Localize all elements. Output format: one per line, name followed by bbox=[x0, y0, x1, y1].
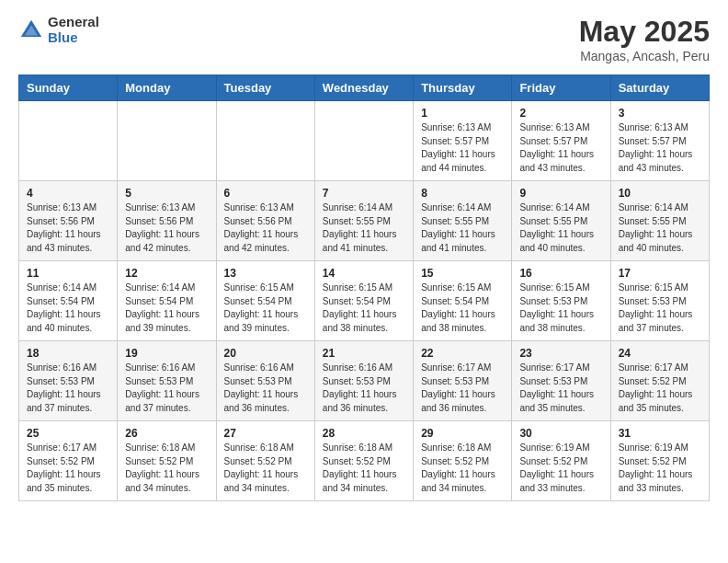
day-info: Sunrise: 6:16 AM Sunset: 5:53 PM Dayligh… bbox=[323, 362, 405, 415]
day-info: Sunrise: 6:17 AM Sunset: 5:52 PM Dayligh… bbox=[619, 362, 701, 415]
day-info: Sunrise: 6:19 AM Sunset: 5:52 PM Dayligh… bbox=[619, 442, 701, 495]
cell-w5-d6: 31Sunrise: 6:19 AM Sunset: 5:52 PM Dayli… bbox=[610, 421, 709, 501]
logo-text: General Blue bbox=[48, 15, 99, 45]
cell-w1-d2 bbox=[216, 101, 314, 181]
day-info: Sunrise: 6:13 AM Sunset: 5:57 PM Dayligh… bbox=[421, 121, 504, 175]
week-row-4: 18Sunrise: 6:16 AM Sunset: 5:53 PM Dayli… bbox=[19, 341, 710, 421]
day-number: 25 bbox=[27, 427, 109, 440]
col-thursday: Thursday bbox=[414, 75, 512, 101]
cell-w3-d4: 15Sunrise: 6:15 AM Sunset: 5:54 PM Dayli… bbox=[414, 261, 512, 341]
title-block: May 2025 Mangas, Ancash, Peru bbox=[579, 15, 710, 63]
day-number: 4 bbox=[27, 187, 109, 200]
day-number: 7 bbox=[323, 187, 405, 200]
day-info: Sunrise: 6:13 AM Sunset: 5:57 PM Dayligh… bbox=[619, 121, 701, 175]
day-number: 10 bbox=[619, 187, 701, 200]
day-info: Sunrise: 6:14 AM Sunset: 5:54 PM Dayligh… bbox=[125, 282, 208, 335]
day-number: 2 bbox=[519, 107, 602, 120]
day-number: 9 bbox=[519, 187, 602, 200]
col-friday: Friday bbox=[512, 75, 610, 101]
cell-w4-d2: 20Sunrise: 6:16 AM Sunset: 5:53 PM Dayli… bbox=[216, 341, 314, 421]
week-row-2: 4Sunrise: 6:13 AM Sunset: 5:56 PM Daylig… bbox=[19, 181, 710, 261]
day-info: Sunrise: 6:15 AM Sunset: 5:54 PM Dayligh… bbox=[323, 282, 405, 335]
cell-w1-d6: 3Sunrise: 6:13 AM Sunset: 5:57 PM Daylig… bbox=[610, 101, 709, 181]
day-number: 20 bbox=[224, 347, 307, 360]
day-number: 24 bbox=[619, 347, 701, 360]
day-info: Sunrise: 6:15 AM Sunset: 5:53 PM Dayligh… bbox=[619, 282, 701, 335]
cell-w3-d5: 16Sunrise: 6:15 AM Sunset: 5:53 PM Dayli… bbox=[512, 261, 610, 341]
day-number: 16 bbox=[519, 267, 602, 280]
calendar-title: May 2025 bbox=[579, 15, 710, 49]
cell-w3-d3: 14Sunrise: 6:15 AM Sunset: 5:54 PM Dayli… bbox=[314, 261, 413, 341]
day-number: 6 bbox=[224, 187, 307, 200]
day-info: Sunrise: 6:13 AM Sunset: 5:56 PM Dayligh… bbox=[125, 201, 208, 255]
day-number: 15 bbox=[421, 267, 504, 280]
day-number: 5 bbox=[125, 187, 208, 200]
cell-w4-d0: 18Sunrise: 6:16 AM Sunset: 5:53 PM Dayli… bbox=[19, 341, 118, 421]
day-info: Sunrise: 6:16 AM Sunset: 5:53 PM Dayligh… bbox=[27, 362, 109, 415]
cell-w3-d6: 17Sunrise: 6:15 AM Sunset: 5:53 PM Dayli… bbox=[610, 261, 709, 341]
day-info: Sunrise: 6:17 AM Sunset: 5:52 PM Dayligh… bbox=[27, 442, 109, 495]
day-number: 8 bbox=[421, 187, 504, 200]
cell-w2-d3: 7Sunrise: 6:14 AM Sunset: 5:55 PM Daylig… bbox=[314, 181, 413, 261]
cell-w5-d0: 25Sunrise: 6:17 AM Sunset: 5:52 PM Dayli… bbox=[19, 421, 118, 501]
col-monday: Monday bbox=[118, 75, 216, 101]
day-info: Sunrise: 6:13 AM Sunset: 5:56 PM Dayligh… bbox=[224, 201, 307, 255]
day-number: 19 bbox=[125, 347, 208, 360]
calendar-location: Mangas, Ancash, Peru bbox=[579, 49, 710, 63]
day-number: 31 bbox=[619, 427, 701, 440]
day-number: 29 bbox=[421, 427, 504, 440]
day-info: Sunrise: 6:14 AM Sunset: 5:55 PM Dayligh… bbox=[323, 201, 405, 255]
day-number: 21 bbox=[323, 347, 405, 360]
day-info: Sunrise: 6:13 AM Sunset: 5:57 PM Dayligh… bbox=[519, 121, 602, 175]
col-wednesday: Wednesday bbox=[314, 75, 413, 101]
cell-w4-d4: 22Sunrise: 6:17 AM Sunset: 5:53 PM Dayli… bbox=[414, 341, 512, 421]
week-row-5: 25Sunrise: 6:17 AM Sunset: 5:52 PM Dayli… bbox=[19, 421, 710, 501]
week-row-3: 11Sunrise: 6:14 AM Sunset: 5:54 PM Dayli… bbox=[19, 261, 710, 341]
day-number: 1 bbox=[421, 107, 504, 120]
cell-w2-d4: 8Sunrise: 6:14 AM Sunset: 5:55 PM Daylig… bbox=[414, 181, 512, 261]
cell-w4-d3: 21Sunrise: 6:16 AM Sunset: 5:53 PM Dayli… bbox=[314, 341, 413, 421]
day-info: Sunrise: 6:13 AM Sunset: 5:56 PM Dayligh… bbox=[27, 201, 109, 255]
logo-blue-text: Blue bbox=[48, 30, 99, 46]
cell-w1-d1 bbox=[118, 101, 216, 181]
cell-w1-d4: 1Sunrise: 6:13 AM Sunset: 5:57 PM Daylig… bbox=[414, 101, 512, 181]
day-number: 11 bbox=[27, 267, 109, 280]
logo-general-text: General bbox=[48, 15, 99, 30]
day-info: Sunrise: 6:18 AM Sunset: 5:52 PM Dayligh… bbox=[125, 442, 208, 495]
col-sunday: Sunday bbox=[19, 75, 118, 101]
day-number: 30 bbox=[519, 427, 602, 440]
cell-w2-d1: 5Sunrise: 6:13 AM Sunset: 5:56 PM Daylig… bbox=[118, 181, 216, 261]
day-info: Sunrise: 6:17 AM Sunset: 5:53 PM Dayligh… bbox=[519, 362, 602, 415]
cell-w5-d4: 29Sunrise: 6:18 AM Sunset: 5:52 PM Dayli… bbox=[414, 421, 512, 501]
logo: General Blue bbox=[18, 15, 99, 45]
day-number: 18 bbox=[27, 347, 109, 360]
cell-w4-d6: 24Sunrise: 6:17 AM Sunset: 5:52 PM Dayli… bbox=[610, 341, 709, 421]
header: General Blue May 2025 Mangas, Ancash, Pe… bbox=[18, 15, 710, 63]
cell-w2-d2: 6Sunrise: 6:13 AM Sunset: 5:56 PM Daylig… bbox=[216, 181, 314, 261]
cell-w5-d2: 27Sunrise: 6:18 AM Sunset: 5:52 PM Dayli… bbox=[216, 421, 314, 501]
cell-w4-d5: 23Sunrise: 6:17 AM Sunset: 5:53 PM Dayli… bbox=[512, 341, 610, 421]
day-number: 14 bbox=[323, 267, 405, 280]
day-info: Sunrise: 6:16 AM Sunset: 5:53 PM Dayligh… bbox=[125, 362, 208, 415]
cell-w5-d3: 28Sunrise: 6:18 AM Sunset: 5:52 PM Dayli… bbox=[314, 421, 413, 501]
day-number: 26 bbox=[125, 427, 208, 440]
day-info: Sunrise: 6:14 AM Sunset: 5:55 PM Dayligh… bbox=[519, 201, 602, 255]
day-number: 22 bbox=[421, 347, 504, 360]
cell-w1-d0 bbox=[19, 101, 118, 181]
cell-w2-d6: 10Sunrise: 6:14 AM Sunset: 5:55 PM Dayli… bbox=[610, 181, 709, 261]
cell-w3-d0: 11Sunrise: 6:14 AM Sunset: 5:54 PM Dayli… bbox=[19, 261, 118, 341]
day-number: 17 bbox=[619, 267, 701, 280]
day-info: Sunrise: 6:17 AM Sunset: 5:53 PM Dayligh… bbox=[421, 362, 504, 415]
col-tuesday: Tuesday bbox=[216, 75, 314, 101]
day-number: 23 bbox=[519, 347, 602, 360]
header-row: Sunday Monday Tuesday Wednesday Thursday… bbox=[19, 75, 710, 101]
cell-w3-d1: 12Sunrise: 6:14 AM Sunset: 5:54 PM Dayli… bbox=[118, 261, 216, 341]
day-number: 28 bbox=[323, 427, 405, 440]
day-number: 12 bbox=[125, 267, 208, 280]
week-row-1: 1Sunrise: 6:13 AM Sunset: 5:57 PM Daylig… bbox=[19, 101, 710, 181]
cell-w1-d5: 2Sunrise: 6:13 AM Sunset: 5:57 PM Daylig… bbox=[512, 101, 610, 181]
cell-w2-d5: 9Sunrise: 6:14 AM Sunset: 5:55 PM Daylig… bbox=[512, 181, 610, 261]
day-info: Sunrise: 6:14 AM Sunset: 5:55 PM Dayligh… bbox=[421, 201, 504, 255]
day-info: Sunrise: 6:18 AM Sunset: 5:52 PM Dayligh… bbox=[323, 442, 405, 495]
day-info: Sunrise: 6:16 AM Sunset: 5:53 PM Dayligh… bbox=[224, 362, 307, 415]
